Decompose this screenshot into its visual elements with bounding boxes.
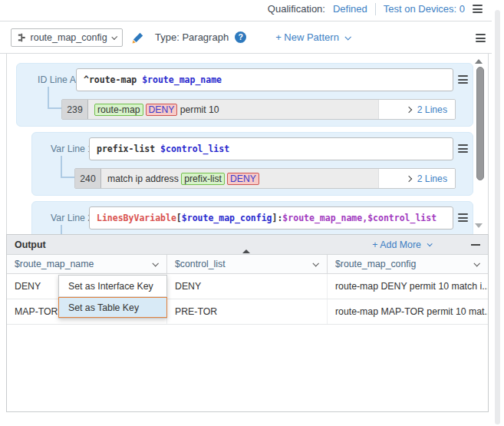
match-plain-text: permit 10	[177, 104, 219, 115]
toolbar-menu-icon[interactable]	[476, 34, 486, 42]
line-menu-icon[interactable]	[458, 144, 468, 153]
expand-lines-button[interactable]: 2 Lines	[378, 100, 455, 119]
output-column-header-row: $route_map_name $control_list $route_map…	[7, 255, 488, 274]
line-label: Var Line 2	[51, 213, 93, 223]
pattern-toolbar: route_map_config Type: Paragraph ? + New…	[0, 21, 492, 54]
qualification-value-link[interactable]: Defined	[333, 3, 367, 15]
match-highlight-red: DENY	[227, 173, 259, 185]
connector-line	[61, 177, 74, 178]
line-label: ID Line A	[38, 74, 76, 85]
collapse-panel-icon[interactable]	[242, 236, 253, 250]
pattern-line-card-var-1: Var Line 1 prefix-list $control_list 240…	[31, 132, 473, 196]
pattern-input-var-2[interactable]: LinesByVariable [ $route_map_config ]: $…	[89, 206, 453, 230]
chevron-down-icon	[473, 260, 479, 266]
scrollbar-thumb[interactable]	[476, 67, 484, 180]
pattern-line-card-var-2: Var Line 2 LinesByVariable [ $route_map_…	[31, 201, 473, 234]
column-title: $route_map_config	[335, 259, 416, 269]
pattern-input-id-a[interactable]: ^route-map $route_map_name	[76, 68, 453, 91]
line-number: 240	[75, 169, 101, 188]
scroll-down-arrow-icon[interactable]	[475, 223, 483, 228]
connector-line	[61, 225, 62, 234]
cell-control-list[interactable]: PRE-TOR	[167, 299, 328, 324]
match-highlight-green: prefix-list	[181, 173, 225, 185]
pencil-icon	[132, 31, 144, 44]
pattern-variable: $route_map_config	[182, 213, 272, 223]
column-header-route-map-name[interactable]: $route_map_name	[7, 255, 167, 273]
expand-lines-label: 2 Lines	[417, 104, 447, 115]
add-more-button[interactable]: + Add More	[372, 239, 431, 250]
new-pattern-button[interactable]: + New Pattern	[275, 31, 350, 43]
matched-line-text: route-map DENY permit 10	[88, 100, 378, 119]
main-area: Qualification: Defined Test on Devices: …	[0, 0, 492, 426]
add-more-label: + Add More	[372, 239, 421, 250]
pattern-tree-icon	[18, 33, 26, 42]
column-title: $route_map_name	[15, 259, 94, 269]
edit-pattern-button[interactable]	[132, 31, 144, 44]
topbar-divider	[375, 3, 376, 15]
pattern-text: prefix-list	[97, 144, 160, 154]
connector-line	[48, 87, 49, 109]
pattern-punctuation: ]:	[272, 213, 283, 223]
match-highlight-green: route-map	[94, 104, 143, 116]
line-label: Var Line 1	[51, 144, 93, 154]
pattern-variable: $control_list	[160, 144, 229, 154]
output-header: Output + Add More	[7, 235, 488, 255]
type-label: Type: Paragraph	[155, 31, 229, 43]
pattern-select[interactable]: route_map_config	[11, 28, 123, 47]
matched-line-row: 239 route-map DENY permit 10 2 Lines	[61, 99, 456, 120]
menu-item-set-interface-key[interactable]: Set as Interface Key	[59, 276, 166, 297]
column-context-menu: Set as Interface Key Set as Table Key	[58, 275, 167, 319]
new-pattern-label: + New Pattern	[275, 31, 339, 43]
menu-item-set-table-key[interactable]: Set as Table Key	[58, 297, 167, 318]
pattern-builder-app: Qualification: Defined Test on Devices: …	[0, 0, 504, 426]
chevron-right-icon	[405, 106, 411, 112]
help-icon[interactable]: ?	[235, 31, 246, 43]
connector-line	[48, 107, 61, 109]
pattern-function: LinesByVariable	[97, 213, 176, 223]
column-header-route-map-config[interactable]: $route_map_config	[328, 255, 488, 273]
match-highlight-red: DENY	[146, 104, 178, 116]
expand-lines-label: 2 Lines	[417, 173, 447, 184]
pattern-variable-list: $route_map_name,$control_list	[282, 213, 436, 223]
page-scrollbar[interactable]	[495, 10, 500, 424]
chevron-down-icon	[152, 260, 158, 266]
chevron-right-icon	[405, 175, 411, 181]
chevron-down-icon	[344, 34, 351, 40]
output-title: Output	[15, 239, 46, 250]
chevron-down-icon	[312, 260, 318, 266]
connector-line	[61, 156, 62, 178]
top-bar: Qualification: Defined Test on Devices: …	[0, 0, 492, 21]
column-header-control-list[interactable]: $control_list	[167, 255, 328, 273]
expand-lines-button[interactable]: 2 Lines	[378, 169, 455, 188]
line-menu-icon[interactable]	[458, 213, 468, 222]
pattern-punctuation: [	[176, 213, 182, 223]
matched-line-row: 240 match ip address prefix-list DENY 2 …	[74, 168, 456, 189]
pattern-editor-panel: ID Line A ^route-map $route_map_name 239…	[6, 54, 489, 234]
test-on-devices-link[interactable]: Test on Devices: 0	[384, 3, 465, 15]
cell-route-map-config[interactable]: route-map MAP-TOR permit 10 mat...	[328, 299, 488, 324]
cell-control-list[interactable]: DENY	[167, 274, 328, 299]
pattern-select-value: route_map_config	[31, 32, 107, 43]
scroll-up-arrow-icon[interactable]	[475, 59, 483, 64]
match-plain-text: match ip address	[107, 173, 181, 184]
line-menu-icon[interactable]	[458, 75, 468, 84]
matched-line-text: match ip address prefix-list DENY	[101, 169, 378, 188]
output-panel: Output + Add More $route_map_name $contr…	[6, 234, 489, 412]
chevron-down-icon	[111, 34, 117, 40]
column-title: $control_list	[175, 259, 226, 269]
pattern-text: ^route-map	[84, 74, 142, 85]
chevron-down-icon	[427, 241, 433, 246]
topbar-menu-icon[interactable]	[473, 5, 483, 13]
pattern-input-var-1[interactable]: prefix-list $control_list	[89, 137, 453, 160]
line-number: 239	[62, 100, 88, 119]
pattern-line-card-id-a: ID Line A ^route-map $route_map_name 239…	[16, 63, 473, 127]
pattern-variable: $route_map_name	[142, 74, 222, 85]
minimize-panel-icon[interactable]	[471, 244, 480, 246]
cell-route-map-config[interactable]: route-map DENY permit 10 match i...	[328, 274, 488, 299]
qualification-label: Qualification:	[268, 3, 325, 15]
